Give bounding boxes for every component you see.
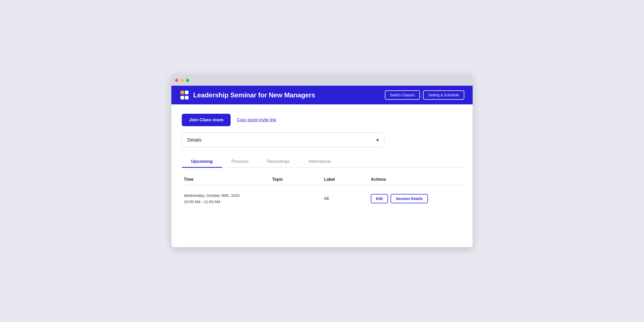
session-actions: Edit Session Details [371, 194, 460, 203]
close-button[interactable] [175, 79, 178, 82]
details-dropdown[interactable]: Details ▾ [182, 132, 384, 147]
col-label: Label [324, 177, 371, 182]
session-details-button[interactable]: Session Details [391, 194, 428, 203]
col-time: Time [184, 177, 272, 182]
tab-attendance[interactable]: Attendance [299, 156, 340, 167]
col-topic: Topic [272, 177, 324, 182]
logo-square-4 [185, 96, 189, 99]
tabs-bar: Upcoming Previous Recordings Attendance [182, 156, 462, 168]
app-window: Leadership Seminar for New Managers Swit… [171, 75, 473, 247]
col-actions: Actions [371, 177, 460, 182]
top-actions: Join Class room Copy guest invite link [182, 114, 462, 126]
chevron-down-icon: ▾ [376, 137, 379, 143]
header-left: Leadership Seminar for New Managers [180, 90, 315, 100]
logo-square-1 [180, 91, 184, 94]
table-row: Wednesday, October 30th, 2024 10:00 AM -… [182, 187, 462, 210]
settings-schedule-button[interactable]: Setting & Schedule [423, 90, 464, 100]
tab-previous[interactable]: Previous [222, 156, 258, 167]
maximize-button[interactable] [186, 79, 189, 82]
session-time: Wednesday, October 30th, 2024 10:00 AM -… [184, 192, 272, 205]
main-content: Join Class room Copy guest invite link D… [171, 104, 473, 247]
table-header: Time Topic Label Actions [182, 174, 462, 185]
app-logo [180, 90, 189, 100]
page-title: Leadership Seminar for New Managers [193, 91, 315, 99]
header: Leadership Seminar for New Managers Swit… [171, 86, 473, 104]
details-label: Details [187, 137, 202, 143]
edit-button[interactable]: Edit [371, 194, 388, 203]
session-label: All [324, 196, 371, 201]
tab-upcoming[interactable]: Upcoming [182, 156, 222, 167]
copy-invite-link-button[interactable]: Copy guest invite link [237, 118, 276, 122]
switch-classes-button[interactable]: Switch Classes [385, 90, 420, 100]
tab-recordings[interactable]: Recordings [258, 156, 299, 167]
minimize-button[interactable] [180, 79, 184, 82]
logo-square-2 [185, 91, 189, 94]
logo-square-3 [180, 96, 184, 99]
titlebar [171, 75, 473, 86]
header-actions: Switch Classes Setting & Schedule [385, 90, 464, 100]
join-classroom-button[interactable]: Join Class room [182, 114, 231, 126]
